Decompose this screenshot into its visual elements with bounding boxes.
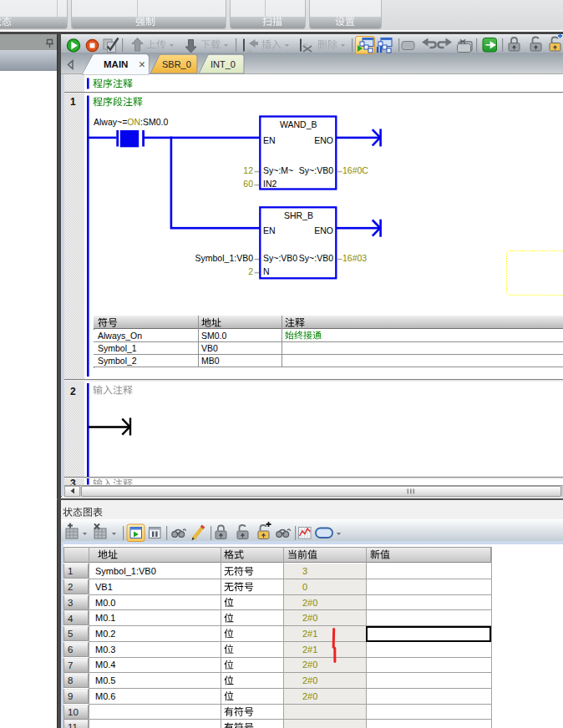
- svg-text:MAIN: MAIN: [104, 59, 128, 69]
- svg-text:₀₁: ₀₁: [303, 40, 308, 46]
- svg-text:₀₁: ₀₁: [247, 47, 252, 53]
- svg-text:SBR_0: SBR_0: [162, 59, 191, 69]
- svg-text:INT_0: INT_0: [210, 59, 236, 69]
- svg-text:✕: ✕: [139, 59, 146, 69]
